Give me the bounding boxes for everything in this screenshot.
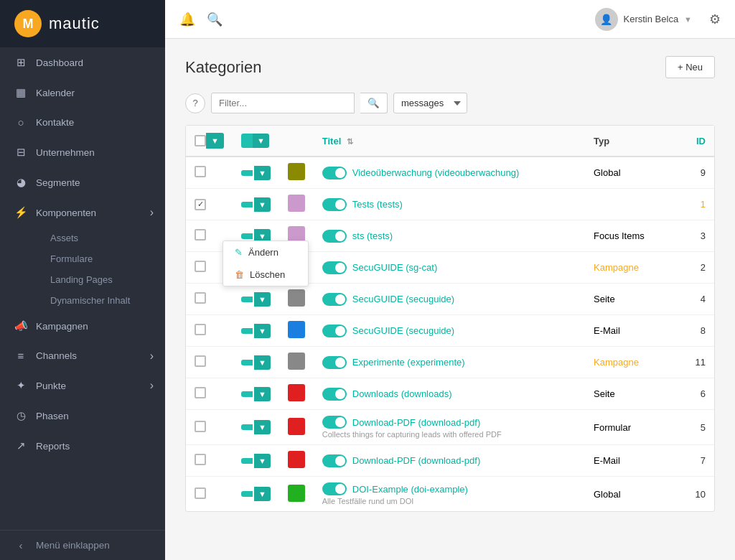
row-title-link[interactable]: Downloads (downloads) [352, 388, 452, 399]
sidebar-item-kalender[interactable]: ▦ Kalender [0, 78, 165, 108]
row-title-link[interactable]: SecuGUIDE (secuguide) [352, 325, 454, 336]
sidebar-item-kontakte[interactable]: ○ Kontakte [0, 108, 165, 137]
row-title-link[interactable]: Experimente (experimente) [352, 357, 465, 368]
row-checkbox[interactable] [195, 487, 206, 499]
row-status-toggle[interactable] [322, 198, 347, 211]
row-title-link[interactable]: DOI-Example (doi-example) [352, 484, 468, 495]
row-status-toggle[interactable] [322, 356, 347, 369]
sidebar-item-komponenten[interactable]: ⚡ Komponenten [0, 197, 165, 228]
collapse-icon: ‹ [14, 539, 27, 551]
new-button[interactable]: + Neu [665, 56, 715, 78]
row-toggle-btn[interactable] [241, 233, 253, 239]
sidebar-item-dashboard[interactable]: ⊞ Dashboard [0, 47, 165, 78]
row-title-link[interactable]: Download-PDF (download-pdf) [352, 417, 480, 428]
row-checkbox[interactable] [195, 355, 206, 367]
row-action-btn: ▼ [241, 355, 271, 370]
row-status-toggle[interactable] [322, 388, 347, 401]
bell-icon[interactable]: 🔔 [179, 11, 195, 27]
typ-label: Typ [594, 136, 609, 146]
row-checkbox[interactable] [195, 454, 206, 465]
row-checkbox[interactable] [195, 261, 206, 272]
row-toggle-btn[interactable] [241, 491, 253, 497]
row-status-toggle[interactable] [322, 454, 347, 467]
row-title-link[interactable]: Tests (tests) [352, 199, 403, 210]
row-status-toggle[interactable] [322, 293, 347, 306]
row-checkbox[interactable] [195, 292, 206, 304]
row-title-link[interactable]: SecuGUIDE (sg-cat) [352, 262, 437, 273]
filter-help-icon[interactable]: ? [185, 93, 205, 113]
sidebar-item-segmente[interactable]: ◕ Segmente [0, 167, 165, 197]
header-bulk-caret[interactable]: ▼ [253, 134, 269, 148]
row-toggle-btn[interactable] [241, 170, 253, 176]
row-caret-btn[interactable]: ▼ [254, 454, 271, 468]
sidebar-item-phasen[interactable]: ◷ Phasen [0, 401, 165, 431]
title-cell: SecuGUIDE (secuguide) [322, 293, 576, 306]
sidebar-item-punkte[interactable]: ✦ Punkte [0, 370, 165, 401]
context-menu-delete[interactable]: 🗑 Löschen [223, 263, 308, 286]
row-id: 11 [671, 347, 714, 378]
header-action-caret[interactable]: ▼ [206, 133, 224, 149]
sidebar-item-label: Dashboard [36, 57, 83, 68]
row-title-link[interactable]: Videoüberwachung (videouberwachung) [352, 167, 519, 178]
row-toggle-btn[interactable] [241, 328, 253, 334]
row-status-toggle[interactable] [322, 325, 347, 337]
row-title-link[interactable]: SecuGUIDE (secuguide) [352, 294, 454, 304]
id-label: ID [696, 136, 706, 146]
row-caret-btn[interactable]: ▼ [254, 324, 271, 338]
title-cell: SecuGUIDE (sg-cat) [322, 261, 576, 274]
row-checkbox[interactable] [195, 199, 206, 210]
table-row: ▼Experimente (experimente)Kampagne11 [186, 347, 714, 378]
sidebar-item-label: Punkte [36, 381, 66, 391]
sidebar-item-dynamischer-inhalt[interactable]: Dynamischer Inhalt [36, 290, 165, 311]
row-checkbox[interactable] [195, 421, 206, 432]
filter-select[interactable]: messages campaigns emails pages forms fo… [393, 93, 467, 113]
context-menu-edit[interactable]: ✎ Ändern [223, 241, 308, 263]
search-icon[interactable]: 🔍 [207, 11, 223, 27]
row-toggle-btn[interactable] [241, 391, 253, 397]
title-cell: DOI-Example (doi-example)Alle Testfälle … [322, 482, 576, 505]
row-status-toggle[interactable] [322, 416, 347, 429]
sidebar-item-kampagnen[interactable]: 📣 Kampagnen [0, 311, 165, 341]
row-title-link[interactable]: Download-PDF (download-pdf) [352, 455, 480, 466]
sidebar-item-reports[interactable]: ↗ Reports [0, 431, 165, 461]
sidebar-item-formulare[interactable]: Formulare [36, 248, 165, 269]
row-checkbox[interactable] [195, 229, 206, 241]
row-toggle-btn[interactable] [241, 297, 253, 302]
row-typ: Seite [585, 378, 671, 410]
sidebar-item-assets[interactable]: Assets [36, 228, 165, 248]
row-caret-btn[interactable]: ▼ [254, 166, 271, 180]
row-status-toggle[interactable] [322, 167, 347, 179]
header-bulk-toggle[interactable] [241, 134, 253, 148]
row-caret-btn[interactable]: ▼ [254, 387, 271, 401]
sidebar-item-landing-pages[interactable]: Landing Pages [36, 269, 165, 290]
row-checkbox[interactable] [195, 166, 206, 177]
row-toggle-btn[interactable] [241, 458, 253, 464]
sidebar-item-unternehmen[interactable]: ⊟ Unternehmen [0, 137, 165, 167]
row-status-toggle[interactable] [322, 230, 347, 243]
row-status-toggle[interactable] [322, 482, 347, 495]
sidebar-item-label: Channels [36, 350, 77, 361]
row-caret-btn[interactable]: ▼ [254, 487, 271, 501]
row-caret-btn[interactable]: ▼ [254, 420, 271, 434]
select-all-checkbox[interactable] [195, 135, 206, 146]
settings-icon[interactable]: ⚙ [709, 11, 721, 27]
user-menu[interactable]: 👤 Kerstin Belca ▼ [595, 8, 692, 31]
row-toggle-btn[interactable] [241, 202, 253, 207]
filter-input[interactable] [211, 93, 355, 113]
row-typ: Kampagne [585, 252, 671, 284]
row-action-btn: ▼ [241, 454, 271, 468]
row-toggle-btn[interactable] [241, 424, 253, 430]
filter-search-button[interactable]: 🔍 [360, 93, 388, 113]
collapse-menu-button[interactable]: ‹ Menü einklappen [0, 531, 165, 560]
row-caret-btn[interactable]: ▼ [254, 292, 271, 307]
title-cell: SecuGUIDE (secuguide) [322, 325, 576, 337]
row-checkbox[interactable] [195, 387, 206, 398]
row-checkbox[interactable] [195, 324, 206, 335]
row-status-toggle[interactable] [322, 261, 347, 274]
row-caret-btn[interactable]: ▼ [254, 197, 271, 212]
sidebar-item-channels[interactable]: ≡ Channels [0, 341, 165, 370]
row-title-link[interactable]: sts (tests) [352, 230, 393, 241]
header-titel[interactable]: Titel ⇅ [314, 126, 585, 157]
row-caret-btn[interactable]: ▼ [254, 355, 271, 370]
row-toggle-btn[interactable] [241, 360, 253, 365]
